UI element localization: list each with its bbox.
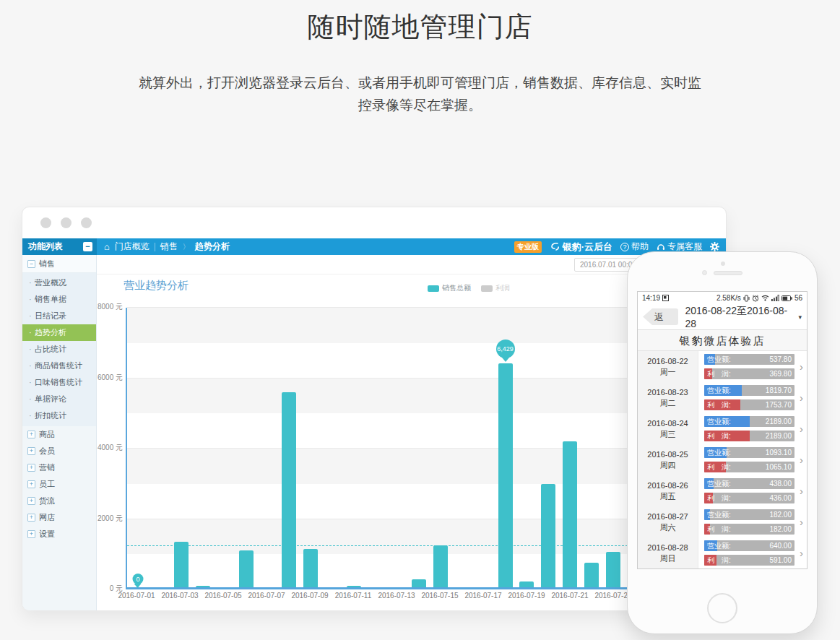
- chart-bar: [606, 552, 620, 589]
- sidebar-group-label: 销售: [39, 259, 55, 269]
- y-tick-label: 8000 元: [98, 302, 123, 312]
- sidebar-section[interactable]: +设置: [22, 526, 96, 542]
- sales-bar-value: 1093.10: [766, 447, 792, 458]
- report-rows: 2016-08-22周一营业额:537.80利 润:369.80›2016-08…: [638, 351, 807, 568]
- report-date: 2016-08-24: [647, 418, 688, 429]
- status-net-speed: 2.58K/s: [716, 294, 741, 302]
- app-navbar: 功能列表 − ⌂ 门店概览 销售 〉 趋势分析 专业版 银豹·云后台 ? 帮助 …: [22, 238, 726, 255]
- report-weekday: 周四: [660, 460, 676, 471]
- breadcrumb-current: 趋势分析: [195, 241, 230, 253]
- sidebar-collapsed-sections: +商品+会员+营销+员工+货流+网店+设置: [22, 426, 96, 542]
- report-row[interactable]: 2016-08-26周五营业额:438.00利 润:436.00›: [638, 475, 807, 506]
- plus-box-icon: +: [27, 480, 35, 488]
- front-camera-icon: [702, 270, 707, 275]
- brand-logo: 银豹·云后台: [550, 241, 612, 254]
- back-button[interactable]: 返回: [643, 308, 678, 325]
- signal-icon: [771, 295, 779, 301]
- sidebar-item[interactable]: 营业概况: [22, 274, 96, 291]
- help-label: 帮助: [631, 241, 649, 253]
- report-weekday: 周二: [660, 398, 676, 409]
- report-row[interactable]: 2016-08-25周四营业额:1093.10利 润:1065.10›: [638, 444, 807, 475]
- x-axis-labels: 2016-07-012016-07-032016-07-052016-07-07…: [126, 592, 646, 602]
- x-tick-label: 2016-07-13: [378, 592, 415, 600]
- chevron-right-icon: ›: [796, 413, 807, 444]
- report-bars: 营业额:2189.00利 润:2189.00: [698, 413, 796, 444]
- question-icon: ?: [620, 243, 629, 251]
- sidebar-item[interactable]: 销售单据: [22, 291, 96, 308]
- sidebar-item[interactable]: 日结记录: [22, 308, 96, 324]
- gear-icon[interactable]: [710, 242, 719, 251]
- profit-bar: 利 润:591.00: [704, 555, 794, 566]
- profit-bar-label: 利 润:: [707, 462, 731, 472]
- wifi-icon: [761, 295, 769, 301]
- sidebar-section[interactable]: +货流: [22, 493, 96, 509]
- chevron-right-icon: ›: [796, 382, 807, 413]
- date-range-selector[interactable]: 2016-08-22至2016-08-28: [685, 305, 792, 329]
- profit-bar: 利 润:1065.10: [704, 462, 794, 472]
- report-bars: 营业额:1819.70利 润:1753.70: [698, 382, 796, 413]
- sidebar-item[interactable]: 趋势分析: [22, 324, 96, 341]
- report-date-cell: 2016-08-27周六: [638, 506, 698, 537]
- plus-box-icon: +: [27, 464, 35, 472]
- report-bars: 营业额:438.00利 润:436.00: [698, 475, 796, 506]
- report-date: 2016-08-26: [647, 480, 688, 491]
- report-row[interactable]: 2016-08-23周二营业额:1819.70利 润:1753.70›: [638, 382, 807, 413]
- caret-down-icon: ▾: [798, 313, 802, 321]
- sales-bar-label: 营业额:: [707, 540, 731, 551]
- sidebar-section[interactable]: +营销: [22, 459, 96, 476]
- y-axis-labels: 0 元2000 元4000 元6000 元8000 元: [97, 308, 123, 589]
- sidebar-item[interactable]: 占比统计: [22, 341, 96, 358]
- home-button[interactable]: [707, 593, 737, 623]
- speaker-slot: [714, 271, 742, 275]
- sidebar-item[interactable]: 折扣统计: [22, 407, 96, 424]
- breadcrumb-home[interactable]: 门店概览: [115, 241, 150, 253]
- x-tick-label: 2016-07-15: [421, 592, 458, 600]
- browser-chrome: [22, 207, 726, 238]
- report-row[interactable]: 2016-08-22周一营业额:537.80利 润:369.80›: [638, 351, 807, 382]
- report-date-cell: 2016-08-28周日: [638, 537, 698, 568]
- sidebar-section-label: 员工: [39, 479, 55, 490]
- report-row[interactable]: 2016-08-28周日营业额:640.00利 润:591.00›: [638, 537, 807, 568]
- report-date: 2016-08-25: [647, 449, 688, 460]
- sales-bar: 营业额:640.00: [704, 540, 794, 551]
- sidebar-group-sales[interactable]: − 销售: [22, 255, 96, 273]
- chart-bar: [584, 563, 599, 589]
- gridline: [127, 378, 646, 379]
- sidebar-header: 功能列表 −: [22, 238, 97, 255]
- sales-bar: 营业额:1093.10: [704, 447, 794, 458]
- sidebar-subitems: 营业概况销售单据日结记录趋势分析占比统计商品销售统计口味销售统计单据评论折扣统计: [22, 273, 96, 426]
- report-row[interactable]: 2016-08-24周三营业额:2189.00利 润:2189.00›: [638, 413, 807, 444]
- sales-bar: 营业额:1819.70: [704, 385, 794, 396]
- breadcrumb-section[interactable]: 销售: [160, 241, 178, 253]
- profit-bar-value: 436.00: [769, 493, 792, 503]
- phone-screen: 14:19 2.58K/s 56 返回 2016-08-22至2016-08-2…: [637, 291, 807, 569]
- y-tick-label: 4000 元: [98, 443, 123, 453]
- sidebar-section[interactable]: +会员: [22, 443, 96, 459]
- report-weekday: 周五: [660, 491, 676, 502]
- report-row[interactable]: 2016-08-27周六营业额:182.00利 润:182.00›: [638, 506, 807, 537]
- page-title: 随时随地管理门店: [0, 9, 840, 46]
- phone-mockup: 14:19 2.58K/s 56 返回 2016-08-22至2016-08-2…: [627, 251, 818, 634]
- sidebar-item[interactable]: 单据评论: [22, 391, 96, 407]
- window-dot: [40, 217, 51, 228]
- status-time: 14:19: [642, 294, 660, 302]
- sidebar-collapse-button[interactable]: −: [83, 242, 92, 251]
- report-date-cell: 2016-08-22周一: [638, 351, 698, 382]
- marker-value: 6,429: [496, 340, 515, 358]
- brand-name: 银豹·云后台: [563, 241, 612, 254]
- sidebar-item[interactable]: 商品销售统计: [22, 358, 96, 374]
- sales-bar-label: 营业额:: [707, 509, 731, 520]
- sidebar-section[interactable]: +员工: [22, 476, 96, 493]
- report-date: 2016-08-23: [647, 387, 688, 398]
- sidebar-section[interactable]: +网店: [22, 509, 96, 526]
- sidebar-item[interactable]: 口味销售统计: [22, 374, 96, 391]
- sidebar-section[interactable]: +商品: [22, 426, 96, 443]
- legend-item[interactable]: 利润: [481, 283, 510, 293]
- breadcrumb: ⌂ 门店概览 销售 〉 趋势分析: [97, 238, 514, 255]
- sidebar-section-label: 营销: [39, 462, 55, 473]
- legend-swatch-icon: [481, 285, 493, 292]
- headset-icon: [657, 243, 665, 251]
- legend-item[interactable]: 销售总额: [428, 283, 471, 293]
- window-dot: [61, 217, 72, 228]
- help-link[interactable]: ? 帮助: [620, 241, 649, 253]
